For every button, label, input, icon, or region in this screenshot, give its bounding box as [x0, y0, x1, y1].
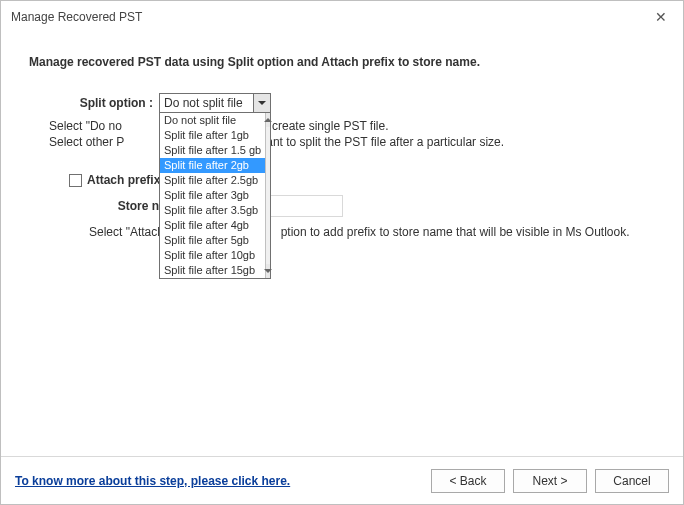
close-button[interactable]: ✕ [639, 1, 683, 33]
dropdown-arrow-icon [253, 94, 270, 112]
dropdown-option[interactable]: Split file after 15gb [160, 263, 265, 278]
cancel-button[interactable]: Cancel [595, 469, 669, 493]
scroll-down-icon[interactable] [266, 264, 270, 278]
footer: To know more about this step, please cli… [1, 456, 683, 504]
attach-prefix-section: Attach prefix t Store name Select "Attac… [29, 173, 655, 239]
split-option-row: Split option : Do not split file Do not … [29, 93, 655, 113]
dropdown-scrollbar[interactable] [265, 113, 270, 278]
split-hint-1: Select "Do no ant to create single PST f… [49, 119, 655, 133]
dropdown-option[interactable]: Split file after 2gb [160, 158, 265, 173]
dropdown-list: Do not split fileSplit file after 1gbSpl… [160, 113, 265, 278]
dropdown-option[interactable]: Split file after 2.5gb [160, 173, 265, 188]
close-icon: ✕ [655, 9, 667, 25]
dropdown-option[interactable]: Split file after 3gb [160, 188, 265, 203]
split-hint-2: Select other P ou want to split the PST … [49, 135, 655, 149]
attach-prefix-checkbox[interactable]: Attach prefix t [69, 173, 168, 187]
scroll-up-icon[interactable] [266, 113, 270, 127]
content-area: Manage recovered PST data using Split op… [1, 33, 683, 456]
page-heading: Manage recovered PST data using Split op… [29, 55, 655, 69]
footer-buttons: < Back Next > Cancel [431, 469, 669, 493]
split-option-value: Do not split file [164, 96, 243, 110]
dropdown-option[interactable]: Split file after 1.5 gb [160, 143, 265, 158]
split-option-label: Split option : [29, 96, 159, 110]
checkbox-icon [69, 174, 82, 187]
next-button[interactable]: Next > [513, 469, 587, 493]
split-option-select[interactable]: Do not split file [159, 93, 271, 113]
help-link[interactable]: To know more about this step, please cli… [15, 474, 290, 488]
back-button[interactable]: < Back [431, 469, 505, 493]
store-name-row: Store name [29, 195, 655, 217]
dropdown-option[interactable]: Split file after 3.5gb [160, 203, 265, 218]
dropdown-option[interactable]: Split file after 1gb [160, 128, 265, 143]
split-option-dropdown: Do not split fileSplit file after 1gbSpl… [159, 112, 271, 279]
window-title: Manage Recovered PST [11, 10, 639, 24]
dropdown-option[interactable]: Split file after 10gb [160, 248, 265, 263]
dropdown-option[interactable]: Split file after 5gb [160, 233, 265, 248]
dropdown-option[interactable]: Split file after 4gb [160, 218, 265, 233]
dialog-manage-recovered-pst: Manage Recovered PST ✕ Manage recovered … [0, 0, 684, 505]
titlebar: Manage Recovered PST ✕ [1, 1, 683, 33]
dropdown-option[interactable]: Do not split file [160, 113, 265, 128]
attach-prefix-label: Attach prefix t [87, 173, 168, 187]
attach-prefix-row: Attach prefix t [29, 173, 655, 187]
split-option-field: Do not split file Do not split fileSplit… [159, 93, 271, 113]
